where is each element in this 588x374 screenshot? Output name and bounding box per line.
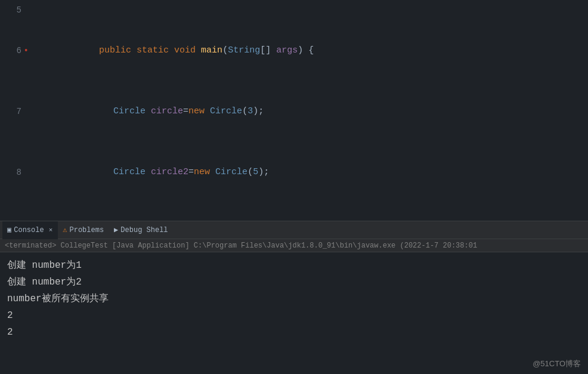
console-status-text: <terminated> CollegeTest [Java Applicati… — [5, 242, 477, 250]
code-line-5: 5 — [0, 0, 588, 20]
code-lines: 5 6 public static void main(String[] arg… — [0, 0, 588, 221]
tab-problems[interactable]: ⚠ Problems — [58, 221, 109, 239]
line-content-7: Circle circle=new Circle(3); — [31, 81, 588, 142]
console-output-line-2: 创建 number为2 — [7, 274, 581, 290]
tab-debug-shell[interactable]: ▶ Debug Shell — [109, 221, 173, 239]
line-content-6: public static void main(String[] args) { — [31, 20, 588, 81]
line-content-8: Circle circle2=new Circle(5); — [31, 142, 588, 203]
line-number-6: 6 — [0, 41, 31, 61]
problems-tab-label: Problems — [70, 226, 104, 234]
console-output-line-3: number被所有实例共享 — [7, 290, 581, 307]
watermark: @51CTO博客 — [533, 358, 581, 369]
tab-console[interactable]: ▣ Console × — [2, 221, 58, 239]
console-panel: ▣ Console × ⚠ Problems ▶ Debug Shell <te… — [0, 221, 588, 374]
line-number-7: 7 — [0, 101, 31, 122]
app-container: 5 6 public static void main(String[] arg… — [0, 0, 588, 374]
line-number-8: 8 — [0, 162, 31, 183]
debug-tab-label: Debug Shell — [120, 226, 168, 234]
code-line-7: 7 Circle circle=new Circle(3); — [0, 81, 588, 142]
console-output-line-4: 2 — [7, 307, 581, 324]
problems-tab-icon: ⚠ — [63, 225, 67, 234]
console-output-line-1: 创建 number为1 — [7, 257, 581, 274]
code-editor: 5 6 public static void main(String[] arg… — [0, 0, 588, 221]
console-tab-icon: ▣ — [7, 225, 11, 234]
debug-tab-icon: ▶ — [114, 225, 118, 234]
console-output: 创建 number为1 创建 number为2 number被所有实例共享 2 … — [0, 252, 588, 374]
console-status-bar: <terminated> CollegeTest [Java Applicati… — [0, 239, 588, 252]
console-tab-label: Console — [14, 226, 44, 234]
console-tab-bar: ▣ Console × ⚠ Problems ▶ Debug Shell — [0, 221, 588, 239]
console-tab-close[interactable]: × — [49, 227, 53, 234]
code-line-8: 8 Circle circle2=new Circle(5); — [0, 142, 588, 203]
code-line-6: 6 public static void main(String[] args)… — [0, 20, 588, 81]
console-output-line-5: 2 — [7, 324, 581, 341]
line-number-5: 5 — [0, 0, 31, 20]
line-content-9: System.out.println("number被所有实例共享"); — [31, 203, 588, 221]
code-line-9: 9 System.out.println("number被所有实例共享"); — [0, 203, 588, 221]
